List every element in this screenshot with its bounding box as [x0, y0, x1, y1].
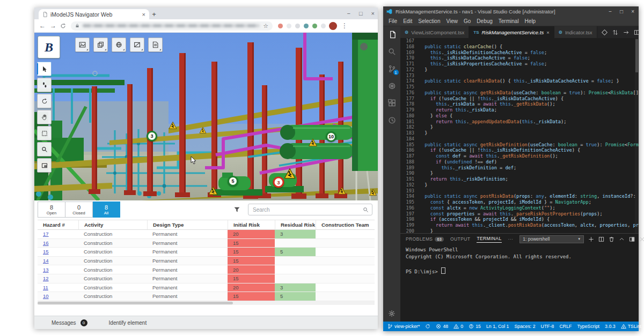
back-button[interactable]: ←	[39, 22, 46, 29]
extension-icon[interactable]	[295, 24, 300, 28]
status-tab-closed[interactable]: 0Closed	[65, 201, 93, 218]
status-item[interactable]: Spaces: 2	[514, 324, 535, 329]
select-tool-button[interactable]	[37, 62, 52, 76]
hazard-warning-icon[interactable]	[209, 186, 218, 196]
hazard-warning-icon[interactable]	[338, 187, 346, 195]
image-tool-button[interactable]	[75, 38, 90, 52]
kill-terminal-icon[interactable]	[609, 236, 614, 242]
status-item[interactable]: TSLint	[621, 324, 641, 329]
status-item[interactable]: 48	[436, 324, 448, 329]
pan-tool-button[interactable]	[37, 110, 52, 124]
zoom-tool-button[interactable]	[37, 142, 52, 156]
table-row[interactable]: 13ConstructionPermanent20	[38, 265, 375, 274]
extension-icon[interactable]	[304, 24, 309, 28]
minimize-button[interactable]: −	[609, 9, 612, 14]
risk-badge-red[interactable]: 3	[273, 177, 284, 188]
hazard-link[interactable]: 13	[43, 267, 49, 273]
hazard-link[interactable]: 16	[43, 240, 49, 246]
walk-tool-button[interactable]	[37, 78, 52, 92]
close-panel-icon[interactable]	[639, 236, 644, 242]
status-item[interactable]: 15	[469, 324, 481, 329]
risk-badge-green[interactable]: 10	[326, 131, 336, 142]
sheet-tool-button[interactable]	[148, 38, 163, 52]
horizontal-scrollbar[interactable]	[38, 301, 375, 305]
hazard-warning-icon[interactable]	[169, 122, 177, 130]
reload-button[interactable]	[60, 23, 68, 29]
status-item[interactable]: TypeScript	[577, 324, 600, 329]
messages-button[interactable]: Messages	[52, 320, 76, 326]
status-item[interactable]: UTF-8	[541, 324, 554, 329]
table-row[interactable]: 11ConstructionPermanent203	[38, 283, 375, 293]
restore-button[interactable]: □	[359, 10, 363, 17]
forward-button[interactable]: →	[49, 22, 57, 29]
restore-button[interactable]: □	[620, 9, 623, 14]
format-icon[interactable]	[602, 29, 608, 35]
search-input[interactable]	[252, 206, 360, 213]
menu-selection[interactable]: Selection	[418, 18, 440, 24]
extensions-icon[interactable]	[388, 99, 396, 107]
hazard-link[interactable]: 15	[43, 249, 49, 255]
cube-tool-button[interactable]	[93, 38, 108, 52]
table-row[interactable]: 10ConstructionPermanent155	[38, 292, 375, 301]
table-row[interactable]: 16ConstructionPermanent15	[38, 239, 375, 248]
hazard-link[interactable]: 14	[43, 258, 49, 264]
hazard-warning-icon[interactable]	[200, 127, 207, 134]
identify-element-button[interactable]: Identify element	[109, 320, 147, 326]
hazard-link[interactable]: 10	[43, 293, 49, 299]
new-terminal-icon[interactable]	[588, 236, 594, 242]
shell-selector[interactable]: 1: powershell▼	[519, 235, 584, 243]
model-viewport[interactable]: B 31053	[34, 33, 378, 200]
code-editor[interactable]: 167168 public static clearCache() {169 t…	[400, 38, 639, 233]
hazard-warning-icon[interactable]	[309, 138, 317, 147]
menu-file[interactable]: File	[389, 18, 397, 24]
bookmark-star-icon[interactable]: ☆	[263, 23, 268, 29]
section-tool-button[interactable]	[130, 38, 144, 52]
status-tab-all[interactable]: 8All	[93, 201, 120, 218]
menu-debug[interactable]: Debug	[477, 18, 492, 24]
status-item[interactable]: Ln 1, Col 1	[486, 324, 509, 329]
status-item[interactable]: CRLF	[560, 324, 572, 329]
hazard-warning-icon[interactable]	[284, 168, 296, 180]
menu-edit[interactable]: Edit	[403, 18, 412, 24]
globe-tool-button[interactable]	[112, 38, 126, 52]
hazard-warning-icon[interactable]	[369, 189, 377, 196]
search-icon[interactable]	[388, 48, 396, 56]
extension-icon[interactable]	[287, 24, 291, 28]
status-item[interactable]: view-picker*	[387, 324, 420, 329]
address-bar[interactable]: ☆	[71, 21, 273, 31]
table-row[interactable]: 14ConstructionPermanent15	[38, 257, 375, 266]
split-terminal-icon[interactable]	[598, 236, 604, 242]
editor-tab[interactable]: ⚙ViewListComponent.tsx	[400, 26, 469, 38]
editor-scrollbar[interactable]	[635, 38, 639, 233]
panel-tab-···[interactable]: ···	[508, 236, 514, 242]
risk-badge-green[interactable]: 3	[147, 131, 157, 141]
explorer-icon[interactable]	[388, 31, 396, 39]
menu-view[interactable]: View	[447, 18, 458, 24]
menu-help[interactable]: Help	[525, 18, 536, 24]
panel-tab-problems[interactable]: PROBLEMS63	[406, 236, 444, 242]
source-control-icon[interactable]: 1	[388, 65, 396, 73]
menu-terminal[interactable]: Terminal	[499, 18, 519, 24]
compare-icon[interactable]	[612, 29, 618, 35]
manage-gear-icon[interactable]	[383, 310, 400, 317]
hazard-link[interactable]: 12	[43, 275, 49, 281]
extension-icon[interactable]	[321, 24, 326, 28]
rotate-tool-button[interactable]	[37, 94, 52, 108]
tab-close-icon[interactable]: ×	[142, 11, 145, 18]
fit-view-tool-button[interactable]	[37, 126, 52, 140]
table-row[interactable]: 17ConstructionPermanent203	[38, 230, 375, 239]
bentley-logo[interactable]: B	[38, 36, 60, 58]
profile-avatar[interactable]	[329, 22, 337, 30]
extension-icon[interactable]	[278, 24, 283, 28]
debug-icon[interactable]	[388, 82, 396, 90]
browser-menu-icon[interactable]: ⋮	[341, 22, 348, 29]
hazard-link[interactable]: 11	[43, 285, 48, 290]
history-icon[interactable]	[388, 116, 396, 124]
split-editor-icon[interactable]	[634, 29, 640, 35]
tab-close-icon[interactable]: ×	[546, 29, 550, 35]
table-row[interactable]: 15ConstructionPermanent155	[38, 248, 375, 257]
editor-tab[interactable]: TSRiskManagementService.ts×	[469, 26, 554, 38]
panel-tab-terminal[interactable]: TERMINAL	[477, 236, 501, 243]
menu-go[interactable]: Go	[464, 18, 471, 24]
terminal[interactable]: Windows PowerShellCopyright (C) Microsof…	[400, 244, 639, 322]
